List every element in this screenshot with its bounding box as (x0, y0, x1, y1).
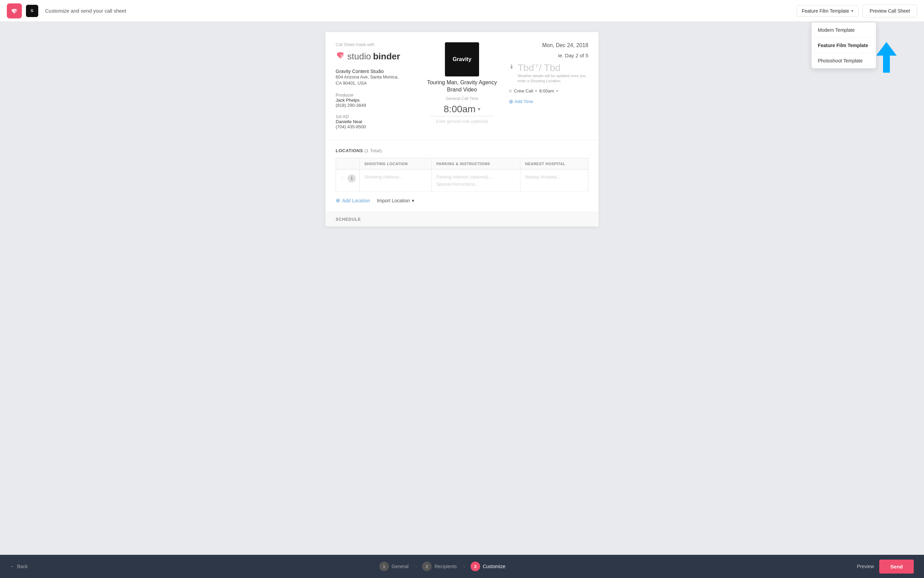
thermometer-icon: 🌡 (509, 63, 515, 70)
back-arrow-icon: ← (10, 564, 15, 569)
made-with-label: Call Sheet made with (336, 42, 415, 47)
preview-button[interactable]: Preview (857, 564, 874, 569)
studiobinder-logo-icon (336, 50, 345, 62)
logo-studio: studio (347, 51, 371, 62)
locations-section: LOCATIONS (1 Total) SHOOTING LOCATION PA… (325, 140, 599, 212)
hospital-cell[interactable]: Nearby Hospital... (520, 170, 588, 192)
import-location-label: Import Location (377, 198, 410, 203)
stepper: 1 General → 2 Recipients → 3 Customize (379, 562, 505, 571)
bottom-nav: ← Back 1 General → 2 Recipients → 3 Cust… (0, 555, 924, 578)
cs-right-panel: Mon, Dec 24, 2018 ie. Day 2 of 5 🌡 Tbd°F… (509, 42, 588, 129)
nav-brand: G (26, 5, 38, 17)
nav-right: Feature Film Template ▾ Preview Call She… (797, 5, 917, 18)
crew-time-chevron: ▾ (556, 89, 558, 93)
weather-info: 🌡 Tbd°F/ Tbd Weather details will be upd… (509, 62, 588, 84)
dropdown-item-photoshoot[interactable]: Photoshoot Template (812, 53, 876, 68)
bottom-right-actions: Preview Send (857, 560, 914, 573)
plus-icon: ⊕ (509, 98, 513, 105)
company-address: 604 Arizona Ave, Santa Monica,CA 90401, … (336, 74, 415, 86)
company-name: Gravity Content Studio (336, 68, 415, 74)
locations-title: LOCATIONS (1 Total) (336, 148, 588, 153)
cs-center-panel: Gravity Touring Man, Gravity Agency Bran… (422, 42, 502, 129)
add-location-plus-icon: ⊕ (336, 197, 340, 204)
schedule-bar: SCHEDULE (325, 212, 599, 227)
template-selector[interactable]: Feature Film Template ▾ (797, 5, 859, 17)
main-content: Call Sheet made with studiobinder Gravit… (0, 22, 924, 555)
logo-binder: binder (373, 51, 400, 62)
step-circle-1: 1 (379, 562, 389, 571)
locations-table: SHOOTING LOCATION PARKING & INSTRUCTIONS… (336, 158, 588, 192)
weather-temp: Tbd°F/ Tbd (518, 62, 561, 73)
project-logo-text: Gravity (452, 56, 471, 62)
crew-call-label: Crew Call (514, 88, 533, 94)
ad-title: 1st AD (336, 114, 415, 119)
schedule-title: SCHEDULE (336, 217, 588, 222)
ad-phone: (704) 435-8500 (336, 124, 415, 129)
call-sheet-header: Call Sheet made with studiobinder Gravit… (325, 32, 599, 140)
step-label-2: Recipients (434, 564, 457, 569)
step-arrow-1: → (408, 563, 422, 570)
ad-info: 1st AD Danielle Neal (704) 435-8500 (336, 114, 415, 129)
step-1: 1 General (379, 562, 409, 571)
import-chevron-icon: ▾ (412, 198, 414, 203)
add-location-label: Add Location (342, 198, 370, 203)
location-row-1: ⋮ 1 Shooting Address... Parking Address … (336, 170, 588, 192)
cs-left-panel: Call Sheet made with studiobinder Gravit… (336, 42, 415, 129)
step-circle-2: 2 (422, 562, 432, 571)
crew-call-chevron: ▾ (535, 89, 537, 93)
top-nav: G Customize and send your call sheet Fea… (0, 0, 924, 22)
project-title: Touring Man, Gravity Agency Brand Video (427, 79, 497, 94)
add-time-label: Add Time (514, 99, 534, 104)
drag-handle-icon[interactable]: ⋮ (339, 175, 345, 182)
company-info: Gravity Content Studio 604 Arizona Ave, … (336, 68, 415, 86)
location-number: 1 (348, 174, 356, 183)
svg-marker-1 (876, 42, 897, 73)
shooting-address-cell[interactable]: Shooting Address... (360, 170, 432, 192)
step-arrow-2: → (457, 563, 470, 570)
crew-icon: ≡ (509, 88, 512, 94)
add-time-button[interactable]: ⊕ Add Time (509, 98, 588, 105)
studiobinder-logo: studiobinder (336, 50, 415, 62)
app-logo-icon (7, 3, 22, 18)
crew-call-time: 8:00am (539, 88, 554, 94)
template-dropdown: Modern Template Feature Film Template Ph… (811, 22, 876, 68)
chevron-down-icon: ▾ (851, 8, 853, 13)
crew-call-row[interactable]: ≡ Crew Call ▾ 8:00am ▾ (509, 88, 588, 94)
template-selected-label: Feature Film Template (802, 8, 849, 14)
locations-actions: ⊕ Add Location Import Location ▾ (336, 197, 588, 204)
producer-info: Producer Jack Phelps (818) 290-3849 (336, 93, 415, 108)
preview-call-sheet-button[interactable]: Preview Call Sheet (862, 5, 917, 18)
parking-instructions-cell[interactable]: Parking Address (optional)... Special In… (431, 170, 520, 192)
project-logo: Gravity (445, 42, 479, 76)
import-location-button[interactable]: Import Location ▾ (377, 198, 415, 203)
weather-note: Weather details will be updated once you… (518, 73, 588, 84)
producer-title: Producer (336, 93, 415, 97)
add-location-button[interactable]: ⊕ Add Location (336, 197, 370, 204)
shoot-date: Mon, Dec 24, 2018 (509, 42, 588, 49)
general-note[interactable]: Enter general note (optional) (436, 119, 488, 124)
col-shooting: SHOOTING LOCATION (360, 158, 432, 170)
step-label-1: General (392, 564, 409, 569)
col-parking: PARKING & INSTRUCTIONS (431, 158, 520, 170)
nav-subtitle: Customize and send your call sheet (45, 8, 126, 14)
back-button[interactable]: ← Back (10, 564, 28, 569)
producer-name: Jack Phelps (336, 97, 415, 103)
shoot-day: ie. Day 2 of 5 (509, 52, 588, 58)
ad-name: Danielle Neal (336, 119, 415, 124)
col-hospital: NEAREST HOSPITAL (520, 158, 588, 170)
brand-logo: G (26, 5, 38, 17)
producer-phone: (818) 290-3849 (336, 103, 415, 108)
step-2: 2 Recipients (422, 562, 457, 571)
call-time-chevron: ▾ (478, 106, 480, 112)
send-button[interactable]: Send (879, 560, 914, 573)
step-label-3: Customize (483, 564, 505, 569)
dropdown-item-feature[interactable]: Feature Film Template (812, 38, 876, 53)
step-3: 3 Customize (470, 562, 505, 571)
call-time: 8:00am (444, 104, 475, 115)
dropdown-item-modern[interactable]: Modern Template (812, 23, 876, 38)
step-circle-3: 3 (470, 562, 480, 571)
call-time-row[interactable]: 8:00am ▾ (430, 104, 494, 116)
general-call-label: General Call Time (446, 96, 478, 101)
back-label: Back (17, 564, 28, 569)
blue-arrow-icon (876, 42, 897, 74)
